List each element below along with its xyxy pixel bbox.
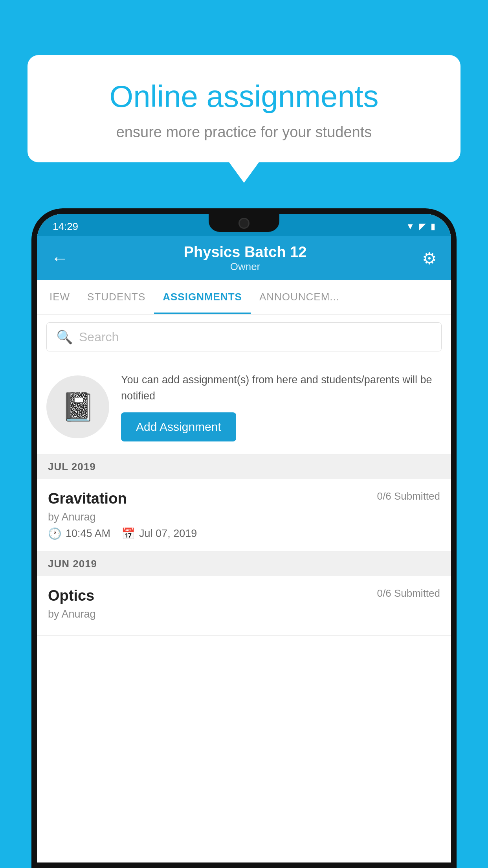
back-button[interactable]: ← xyxy=(51,248,68,268)
signal-icon: ◤ xyxy=(419,221,426,232)
tabs-bar: IEW STUDENTS ASSIGNMENTS ANNOUNCEM... xyxy=(37,280,451,314)
assignment-title-gravitation: Gravitation xyxy=(48,490,127,507)
assignment-item-optics[interactable]: Optics 0/6 Submitted by Anurag xyxy=(37,576,451,636)
assignment-time: 10:45 AM xyxy=(66,528,110,540)
phone-frame: 14:29 ▼ ◤ ▮ ← Physics Batch 12 Owner ⚙ I… xyxy=(31,208,457,868)
tab-iew[interactable]: IEW xyxy=(41,280,79,314)
search-icon: 🔍 xyxy=(56,329,73,345)
tab-assignments[interactable]: ASSIGNMENTS xyxy=(154,280,251,314)
speech-bubble: Online assignments ensure more practice … xyxy=(28,55,460,162)
calendar-icon: 📅 xyxy=(121,527,135,540)
search-container: 🔍 Search xyxy=(37,314,451,359)
detail-date: 📅 Jul 07, 2019 xyxy=(121,527,197,540)
assignment-top: Gravitation 0/6 Submitted xyxy=(48,490,440,507)
promo-card: 📓 You can add assignment(s) from here an… xyxy=(37,359,451,454)
assignment-submitted-gravitation: 0/6 Submitted xyxy=(377,490,440,502)
assignment-meta-optics: by Anurag xyxy=(48,608,440,620)
assignment-item-gravitation[interactable]: Gravitation 0/6 Submitted by Anurag 🕐 10… xyxy=(37,479,451,552)
assignment-title-optics: Optics xyxy=(48,587,94,604)
detail-time: 🕐 10:45 AM xyxy=(48,527,110,540)
speech-bubble-title: Online assignments xyxy=(55,79,433,114)
assignment-top-optics: Optics 0/6 Submitted xyxy=(48,587,440,604)
header-title-block: Physics Batch 12 Owner xyxy=(184,244,307,273)
battery-icon: ▮ xyxy=(431,221,435,232)
promo-icon-circle: 📓 xyxy=(46,375,109,438)
notebook-icon: 📓 xyxy=(61,391,95,423)
header-subtitle: Owner xyxy=(184,261,307,273)
section-header-jul: JUL 2019 xyxy=(37,454,451,479)
add-assignment-button[interactable]: Add Assignment xyxy=(121,412,236,441)
promo-text: You can add assignment(s) from here and … xyxy=(121,372,442,404)
speech-bubble-container: Online assignments ensure more practice … xyxy=(28,55,460,162)
app-header: ← Physics Batch 12 Owner ⚙ xyxy=(37,236,451,280)
status-time: 14:29 xyxy=(53,221,78,233)
search-bar[interactable]: 🔍 Search xyxy=(46,322,442,351)
clock-icon: 🕐 xyxy=(48,527,62,540)
tab-announcements[interactable]: ANNOUNCEM... xyxy=(251,280,348,314)
search-placeholder: Search xyxy=(79,330,119,344)
assignment-submitted-optics: 0/6 Submitted xyxy=(377,587,440,600)
settings-icon[interactable]: ⚙ xyxy=(422,249,437,268)
section-header-jun: JUN 2019 xyxy=(37,552,451,576)
wifi-icon: ▼ xyxy=(406,221,415,232)
header-title: Physics Batch 12 xyxy=(184,244,307,261)
assignment-date: Jul 07, 2019 xyxy=(139,528,197,540)
tab-students[interactable]: STUDENTS xyxy=(79,280,154,314)
phone-screen: 14:29 ▼ ◤ ▮ ← Physics Batch 12 Owner ⚙ I… xyxy=(37,214,451,862)
speech-bubble-subtitle: ensure more practice for your students xyxy=(55,124,433,141)
assignment-meta-gravitation: by Anurag xyxy=(48,511,440,523)
promo-content: You can add assignment(s) from here and … xyxy=(121,372,442,441)
assignment-detail-gravitation: 🕐 10:45 AM 📅 Jul 07, 2019 xyxy=(48,527,440,540)
status-icons: ▼ ◤ ▮ xyxy=(406,221,435,232)
phone-camera xyxy=(238,218,250,229)
